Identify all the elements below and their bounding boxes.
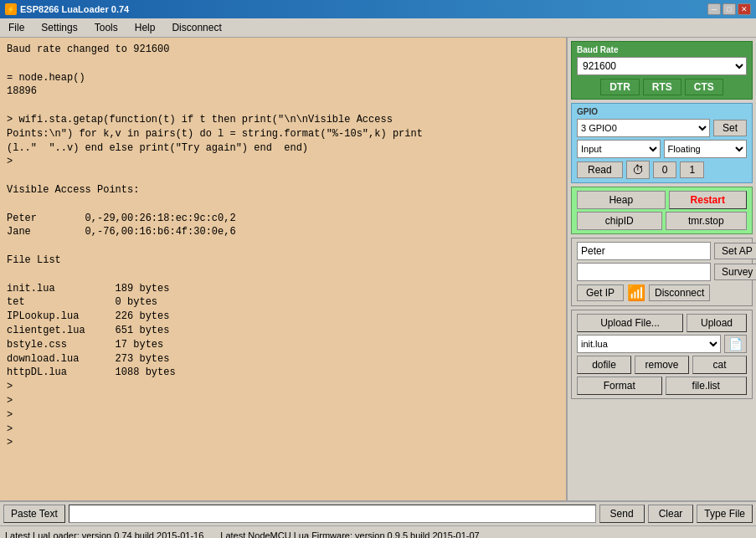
upload-button[interactable]: Upload [687, 314, 747, 332]
chipid-button[interactable]: chipID [577, 212, 662, 230]
bottom-bar: Paste Text Send Clear Type File [0, 500, 756, 525]
heap-button[interactable]: Heap [577, 191, 666, 209]
ap-input[interactable] [577, 242, 711, 260]
wifi-icon: 📶 [627, 284, 645, 302]
minimize-button[interactable]: ─ [707, 3, 721, 15]
clear-button[interactable]: Clear [648, 505, 694, 523]
file-select[interactable]: init.lua tet IPLookup.lua clientget.lua … [577, 335, 721, 353]
gpio-float-select[interactable]: Floating Pullup [664, 140, 748, 158]
terminal-output: Baud rate changed to 921600 = node.heap(… [0, 38, 566, 500]
filelist-button[interactable]: file.list [666, 377, 748, 395]
gpio-mode-select[interactable]: Input Output [577, 140, 661, 158]
upload-section: Upload File... Upload init.lua tet IPLoo… [571, 310, 753, 399]
gpio-section: GPIO 3 GPIO0 0 GPIO16 2 GPIO4 Set Input … [571, 103, 753, 183]
ap-section: Set AP Survey Get IP 📶 Disconnect [571, 238, 753, 306]
restart-button[interactable]: Restart [669, 191, 748, 209]
menu-settings[interactable]: Settings [36, 20, 82, 35]
gpio-one-button[interactable]: 1 [680, 161, 704, 178]
menu-disconnect[interactable]: Disconnect [167, 20, 226, 35]
upload-file-button[interactable]: Upload File... [577, 314, 683, 332]
status-right: Latest NodeMCU Lua Firmware: version 0.9… [220, 530, 479, 539]
menu-file[interactable]: File [3, 20, 29, 35]
gpio-clock-button[interactable]: ⏱ [626, 161, 650, 179]
dtr-button[interactable]: DTR [600, 79, 640, 95]
status-left: Latest LuaLoader: version 0.74 build 201… [5, 530, 203, 539]
maximize-button[interactable]: □ [723, 3, 736, 15]
baud-rate-section: Baud Rate 921600 115200 460800 DTR RTS C… [571, 41, 753, 100]
gpio-pin-select[interactable]: 3 GPIO0 0 GPIO16 2 GPIO4 [577, 119, 710, 137]
type-file-button[interactable]: Type File [697, 505, 753, 523]
tmrstop-button[interactable]: tmr.stop [666, 212, 748, 230]
close-button[interactable]: ✕ [738, 3, 751, 15]
ap-password-input[interactable] [577, 263, 711, 281]
send-button[interactable]: Send [599, 505, 645, 523]
getip-button[interactable]: Get IP [577, 284, 624, 301]
file-icon-button[interactable]: 📄 [724, 335, 747, 353]
heap-section: Heap Restart chipID tmr.stop [571, 187, 753, 234]
dofile-button[interactable]: dofile [577, 356, 631, 374]
gpio-zero-button[interactable]: 0 [653, 161, 677, 178]
cat-button[interactable]: cat [692, 356, 747, 374]
title-bar: ⚡ ESP8266 LuaLoader 0.74 ─ □ ✕ [0, 0, 756, 18]
terminal-panel: Baud rate changed to 921600 = node.heap(… [0, 38, 568, 500]
baud-rate-select[interactable]: 921600 115200 460800 [577, 57, 747, 75]
command-input[interactable] [69, 505, 596, 523]
menu-tools[interactable]: Tools [90, 20, 123, 35]
remove-button[interactable]: remove [635, 356, 689, 374]
baud-rate-label: Baud Rate [577, 45, 747, 54]
gpio-label: GPIO [577, 107, 747, 116]
setap-button[interactable]: Set AP [714, 243, 756, 259]
paste-text-button[interactable]: Paste Text [3, 505, 65, 523]
right-panel: Baud Rate 921600 115200 460800 DTR RTS C… [568, 38, 756, 500]
ap-disconnect-button[interactable]: Disconnect [649, 284, 710, 301]
format-button[interactable]: Format [577, 377, 662, 395]
menu-help[interactable]: Help [130, 20, 161, 35]
menu-bar: File Settings Tools Help Disconnect [0, 18, 756, 38]
survey-button[interactable]: Survey [714, 264, 756, 280]
gpio-set-button[interactable]: Set [713, 120, 747, 136]
status-bar: Latest LuaLoader: version 0.74 build 201… [0, 525, 756, 538]
window-title: ESP8266 LuaLoader 0.74 [20, 4, 129, 14]
rts-button[interactable]: RTS [643, 79, 681, 95]
cts-button[interactable]: CTS [685, 79, 723, 95]
clock-icon: ⏱ [632, 163, 644, 177]
app-icon: ⚡ [5, 3, 17, 15]
gpio-read-button[interactable]: Read [577, 161, 623, 178]
file-icon: 📄 [728, 337, 743, 351]
